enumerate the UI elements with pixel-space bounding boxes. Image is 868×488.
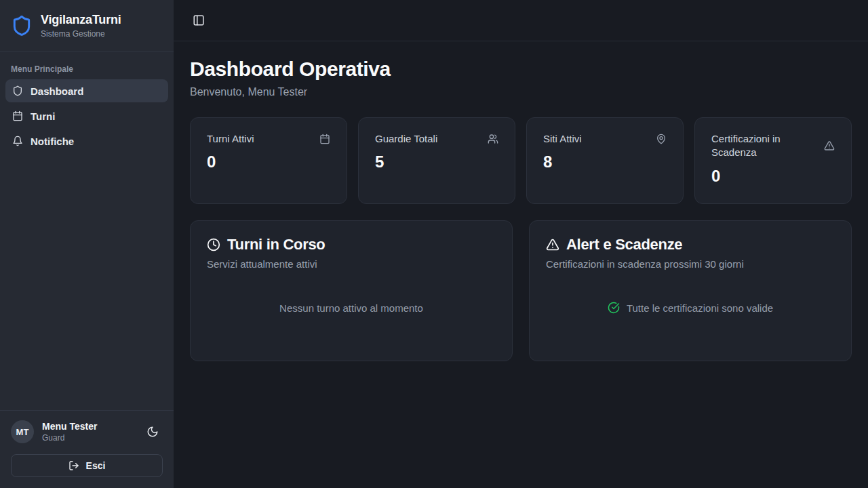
panel-title: Alert e Scadenze [566, 236, 682, 253]
main-area: Dashboard Operativa Benvenuto, Menu Test… [174, 0, 868, 488]
nav-item-label: Dashboard [31, 85, 83, 97]
empty-state-message: Nessun turno attivo al momento [279, 302, 423, 314]
nav-item-label: Notifiche [31, 136, 74, 147]
stat-label: Siti Attivi [543, 132, 582, 146]
nav-item-label: Turni [31, 110, 55, 122]
panel-turni-in-corso: Turni in Corso Servizi attualmente attiv… [190, 220, 513, 361]
sidebar-nav: Dashboard Turni Notifiche [0, 79, 174, 152]
stat-card-siti-attivi: Siti Attivi 8 [526, 117, 684, 204]
sidebar-footer: MT Menu Tester Guard Esci [0, 410, 174, 488]
empty-state-text: Tutte le certificazioni sono valide [627, 302, 773, 314]
logout-label: Esci [86, 460, 106, 471]
panel-title: Turni in Corso [227, 236, 326, 253]
user-name: Menu Tester [42, 421, 134, 432]
sidebar-item-turni[interactable]: Turni [5, 104, 168, 127]
panel-left-icon [193, 14, 205, 26]
sidebar-spacer [0, 152, 174, 410]
bell-icon [12, 136, 23, 146]
sidebar-toggle-button[interactable] [189, 10, 209, 30]
panel-subtitle: Servizi attualmente attivi [207, 258, 496, 270]
stat-value: 5 [375, 152, 498, 171]
page-subtitle: Benvenuto, Menu Tester [190, 86, 852, 98]
stat-card-certificazioni: Certificazioni in Scadenza 0 [694, 117, 852, 204]
empty-state-message: Tutte le certificazioni sono valide [608, 302, 773, 314]
logout-button[interactable]: Esci [11, 454, 163, 477]
users-icon [488, 134, 498, 144]
stat-value: 0 [711, 167, 835, 186]
stat-card-guardie-totali: Guardie Totali 5 [358, 117, 515, 204]
stat-value: 8 [543, 152, 667, 171]
sidebar-header: VigilanzaTurni Sistema Gestione [0, 0, 174, 52]
sidebar-item-dashboard[interactable]: Dashboard [5, 79, 168, 102]
app-title-block: VigilanzaTurni Sistema Gestione [41, 13, 121, 39]
topbar [174, 0, 868, 41]
stat-value: 0 [207, 152, 330, 171]
check-circle-icon [608, 302, 620, 314]
theme-toggle-button[interactable] [142, 422, 163, 442]
app-title: VigilanzaTurni [41, 13, 121, 27]
panel-alert-scadenze: Alert e Scadenze Certificazioni in scade… [529, 220, 852, 361]
nav-section-label: Menu Principale [0, 52, 174, 79]
app-logo-shield-icon [11, 15, 33, 37]
shield-icon [12, 85, 23, 96]
page-title: Dashboard Operativa [190, 58, 852, 81]
sidebar: VigilanzaTurni Sistema Gestione Menu Pri… [0, 0, 174, 488]
alert-triangle-icon [824, 140, 835, 151]
dashboard-content: Dashboard Operativa Benvenuto, Menu Test… [174, 41, 868, 378]
calendar-icon [12, 110, 23, 121]
avatar: MT [11, 420, 34, 443]
app-tagline: Sistema Gestione [41, 29, 121, 39]
user-row: MT Menu Tester Guard [11, 420, 163, 443]
moon-icon [146, 426, 159, 438]
stat-label: Guardie Totali [375, 132, 437, 146]
user-info: Menu Tester Guard [42, 421, 134, 443]
alert-triangle-icon [546, 238, 559, 251]
panels-grid: Turni in Corso Servizi attualmente attiv… [190, 220, 852, 361]
user-role: Guard [42, 433, 134, 443]
stats-grid: Turni Attivi 0 Guardie Totali 5 [190, 117, 852, 204]
stat-card-turni-attivi: Turni Attivi 0 [190, 117, 347, 204]
stat-label: Certificazioni in Scadenza [711, 132, 817, 160]
sidebar-item-notifiche[interactable]: Notifiche [5, 129, 168, 152]
stat-label: Turni Attivi [207, 132, 254, 146]
calendar-icon [319, 134, 330, 144]
map-pin-icon [656, 134, 667, 144]
panel-subtitle: Certificazioni in scadenza prossimi 30 g… [546, 258, 835, 270]
clock-icon [207, 238, 220, 251]
log-out-icon [68, 460, 79, 471]
